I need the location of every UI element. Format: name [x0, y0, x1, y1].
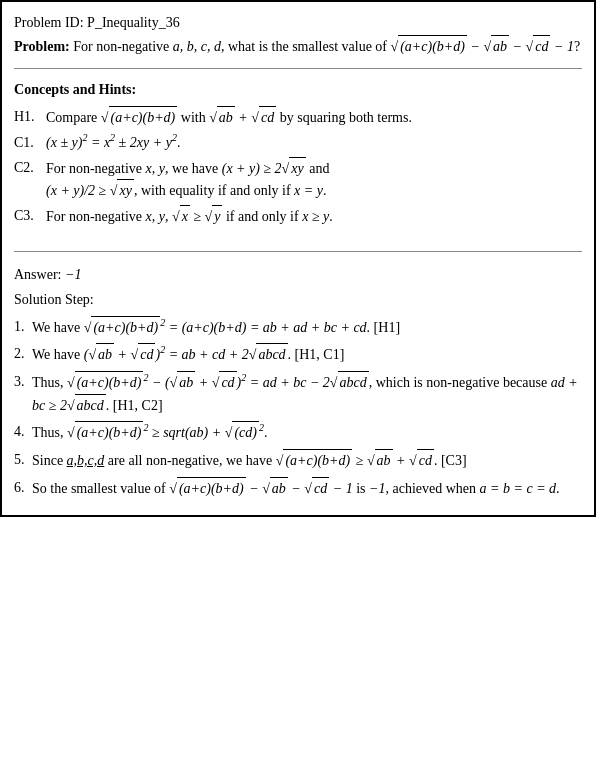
- solution-step-5: 5. Since a,b,c,d are all non-negative, w…: [14, 449, 582, 472]
- concepts-c: C: [14, 82, 24, 97]
- concepts-section: Concepts and Hints: H1. Compare √(a+c)(b…: [14, 79, 582, 243]
- hint-c2-label: C2.: [14, 157, 46, 201]
- step-5-num: 5.: [14, 449, 32, 472]
- solution-step-3: 3. Thus, √(a+c)(b+d)2 − (√ab + √cd)2 = a…: [14, 371, 582, 416]
- step-4-num: 4.: [14, 421, 32, 444]
- problem-statement: Problem: For non-negative a, b, c, d, wh…: [14, 35, 582, 58]
- answer-line: Answer: −1: [14, 264, 582, 285]
- problem-label: Problem:: [14, 39, 70, 54]
- problem-id: Problem ID: P_Inequality_36: [14, 12, 582, 33]
- step-2-num: 2.: [14, 343, 32, 366]
- hint-c1-label: C1.: [14, 132, 46, 153]
- hint-h1: H1. Compare √(a+c)(b+d) with √ab + √cd b…: [14, 106, 582, 128]
- section-divider: [14, 251, 582, 252]
- step-6-text: So the smallest value of √(a+c)(b+d) − √…: [32, 477, 582, 500]
- answer-label: Answer:: [14, 267, 65, 282]
- solution-step-2: 2. We have (√ab + √cd)2 = ab + cd + 2√ab…: [14, 343, 582, 366]
- step-1-num: 1.: [14, 316, 32, 339]
- step-3-num: 3.: [14, 371, 32, 416]
- hint-h1-label: H1.: [14, 106, 46, 128]
- step-4-text: Thus, √(a+c)(b+d)2 ≥ sqrt(ab) + √(cd)2.: [32, 421, 582, 444]
- step-6-num: 6.: [14, 477, 32, 500]
- hint-c2-text: For non-negative x, y, we have (x + y) ≥…: [46, 157, 582, 201]
- step-3-text: Thus, √(a+c)(b+d)2 − (√ab + √cd)2 = ad +…: [32, 371, 582, 416]
- main-page: Problem ID: P_Inequality_36 Problem: For…: [0, 0, 596, 517]
- hint-c3-text: For non-negative x, y, √x ≥ √y if and on…: [46, 205, 582, 227]
- concepts-h: H: [99, 82, 110, 97]
- hint-c3-label: C3.: [14, 205, 46, 227]
- solution-step-1: 1. We have √(a+c)(b+d)2 = (a+c)(b+d) = a…: [14, 316, 582, 339]
- step-5-text: Since a,b,c,d are all non-negative, we h…: [32, 449, 582, 472]
- concepts-title: Concepts and Hints:: [14, 79, 582, 100]
- hint-h1-text: Compare √(a+c)(b+d) with √ab + √cd by sq…: [46, 106, 582, 128]
- solution-title: Solution Step:: [14, 289, 582, 310]
- solution-step-4: 4. Thus, √(a+c)(b+d)2 ≥ sqrt(ab) + √(cd)…: [14, 421, 582, 444]
- answer-section: Answer: −1 Solution Step: 1. We have √(a…: [14, 260, 582, 500]
- problem-section: Problem ID: P_Inequality_36 Problem: For…: [14, 12, 582, 69]
- hint-c3: C3. For non-negative x, y, √x ≥ √y if an…: [14, 205, 582, 227]
- solution-step-6: 6. So the smallest value of √(a+c)(b+d) …: [14, 477, 582, 500]
- hint-c1: C1. (x ± y)2 = x2 ± 2xy + y2.: [14, 132, 582, 153]
- hint-c1-text: (x ± y)2 = x2 ± 2xy + y2.: [46, 132, 582, 153]
- step-2-text: We have (√ab + √cd)2 = ab + cd + 2√abcd.…: [32, 343, 582, 366]
- answer-value: −1: [65, 267, 81, 282]
- hint-c2: C2. For non-negative x, y, we have (x + …: [14, 157, 582, 201]
- step-1-text: We have √(a+c)(b+d)2 = (a+c)(b+d) = ab +…: [32, 316, 582, 339]
